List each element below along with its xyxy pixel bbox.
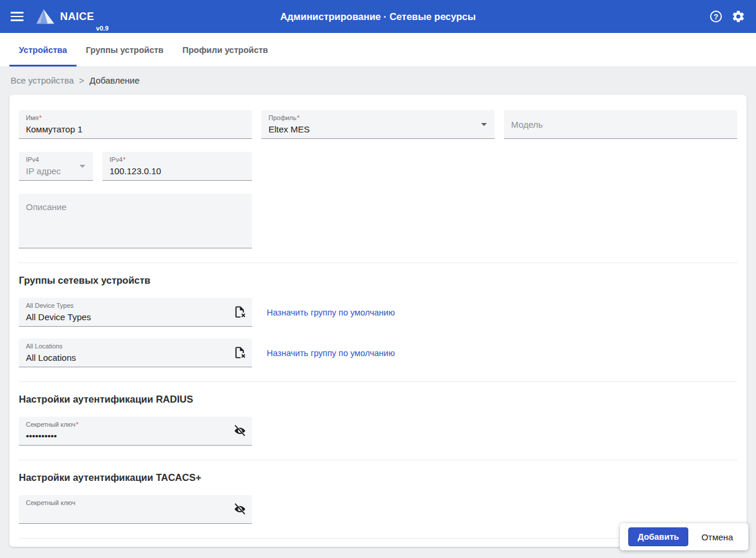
breadcrumb-all-devices-link[interactable]: Все устройства [11,75,74,85]
device-type-group-row: All Device Types All Device Types Назнач… [19,298,737,327]
settings-button[interactable] [731,9,745,24]
file-remove-icon [233,346,247,360]
clear-group-button[interactable] [233,305,247,319]
submit-button[interactable]: Добавить [628,527,688,546]
ip-address-field-value: 100.123.0.10 [110,165,245,177]
profile-select[interactable]: Профиль* Eltex MES [261,110,495,139]
device-type-group-value: All Device Types [26,311,245,323]
gear-icon [731,9,745,24]
cancel-button[interactable]: Отмена [694,528,740,546]
tacacs-secret-value [26,509,245,520]
file-remove-icon [233,305,247,319]
topbar-actions: ? [710,9,745,24]
brand-version: v0.9 [96,25,108,33]
radius-section-title: Настройки аутентификации RADIUS [19,394,737,405]
name-field-label: Имя* [26,114,245,122]
chevron-down-icon [79,165,85,168]
device-type-group-label: All Device Types [26,301,245,310]
ip-address-field-label: IPv4* [110,155,245,164]
assign-default-group-link[interactable]: Назначить группу по умолчанию [267,308,395,317]
ip-type-select-label: IPv4 [26,155,86,164]
breadcrumb: Все устройства > Добавление [0,67,756,92]
description-placeholder: Описание [26,202,67,212]
breadcrumb-separator: > [79,75,84,85]
section-divider [19,381,737,382]
toggle-password-visibility-button[interactable] [233,424,247,438]
location-group-label: All Locations [26,342,245,350]
ip-type-select[interactable]: IPv4 IP адрес [19,152,93,181]
profile-select-value: Eltex MES [268,124,488,135]
app-logo-icon [35,8,55,25]
required-asterisk: * [76,421,78,428]
radius-secret-field[interactable]: Секретный ключ* •••••••••• [19,417,252,446]
section-divider [19,263,737,263]
device-type-group-select[interactable]: All Device Types All Device Types [19,298,252,327]
model-field[interactable]: Модель [504,110,737,139]
radius-secret-value: •••••••••• [26,430,245,441]
radius-secret-row: Секретный ключ* •••••••••• [19,417,737,446]
form-row-ip: IPv4 IP адрес IPv4* 100.123.0.10 [19,152,737,181]
tacacs-secret-field[interactable]: Секретный ключ [19,495,252,524]
clear-group-button[interactable] [233,346,247,360]
page-title: Администрирование · Сетевые ресурсы [280,11,476,22]
location-group-select[interactable]: All Locations All Locations [19,338,252,367]
assign-default-group-link[interactable]: Назначить группу по умолчанию [267,348,395,358]
help-icon: ? [710,11,722,22]
chevron-down-icon [481,123,487,126]
name-field-value: Коммутатор 1 [26,124,245,135]
description-textarea[interactable]: Описание [19,194,252,248]
tab-devices[interactable]: Устройства [9,33,77,67]
add-device-card: Имя* Коммутатор 1 Профиль* Eltex MES Мод… [9,95,747,547]
tacacs-section-title: Настройки аутентификации TACACS+ [19,472,737,483]
breadcrumb-current: Добавление [89,75,140,85]
required-asterisk: * [297,114,300,121]
groups-section-title: Группы сетевых устройств [19,275,737,286]
eye-off-icon [233,424,247,438]
location-group-row: All Locations All Locations Назначить гр… [19,338,737,367]
tacacs-secret-row: Секретный ключ [19,495,737,524]
location-group-value: All Locations [26,352,245,363]
top-app-bar: NAICE v0.9 Администрирование · Сетевые р… [0,0,756,33]
tab-device-groups[interactable]: Группы устройств [77,33,173,67]
help-button[interactable]: ? [710,11,722,22]
name-field[interactable]: Имя* Коммутатор 1 [19,110,252,139]
section-divider [19,460,737,460]
tab-device-profiles[interactable]: Профили устройств [173,33,277,67]
form-row-description: Описание [19,194,737,248]
required-asterisk: * [39,114,41,121]
ip-address-field[interactable]: IPv4* 100.123.0.10 [102,152,252,181]
model-field-placeholder: Модель [511,119,543,129]
tab-bar: Устройства Группы устройств Профили устр… [0,33,756,67]
radius-secret-label: Секретный ключ* [26,420,245,429]
tacacs-secret-label: Секретный ключ [26,499,245,507]
ip-type-select-value: IP адрес [26,165,86,177]
form-action-bar: Добавить Отмена [620,523,748,550]
profile-select-label: Профиль* [268,114,488,122]
menu-icon[interactable] [11,9,25,24]
brand-name: NAICE [60,11,94,23]
form-row-main: Имя* Коммутатор 1 Профиль* Eltex MES Мод… [19,110,737,139]
toggle-password-visibility-button[interactable] [233,503,247,516]
required-asterisk: * [123,156,125,163]
eye-off-icon [233,503,247,516]
